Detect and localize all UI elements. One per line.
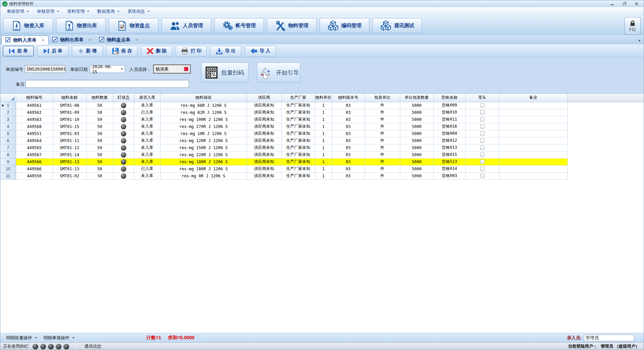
tab-物料出库单[interactable]: 物料出库单✕	[49, 36, 95, 44]
cell-pack_qty[interactable]: 5000	[400, 144, 433, 151]
column-header-filler[interactable]	[567, 94, 644, 102]
cell-version[interactable]: 03	[332, 102, 365, 109]
cell-unit[interactable]: 件	[365, 151, 400, 158]
column-header-pack_qty[interactable]: 单位包装数量	[400, 94, 433, 102]
cell-pack_qty[interactable]: 5000	[400, 151, 433, 158]
cell-remark[interactable]	[499, 158, 567, 165]
cell-pack_qty[interactable]: 5000	[400, 158, 433, 165]
cell-version[interactable]: 03	[332, 158, 365, 165]
cell-price[interactable]: 1	[315, 109, 332, 116]
start-guide-button[interactable]: 开始引导	[257, 62, 300, 83]
toolbar-button[interactable]: 帐号管理	[214, 18, 264, 33]
lamp-cell[interactable]	[113, 123, 134, 130]
cell-desc[interactable]: res-mg 150R J 1206 S	[160, 144, 247, 151]
cell-price[interactable]: 1	[315, 165, 332, 172]
column-header-remark[interactable]: 备注	[499, 94, 567, 102]
cell-code[interactable]: 449566	[16, 165, 53, 172]
cell-code[interactable]: 449567	[16, 151, 53, 158]
cell-unit[interactable]: 件	[365, 144, 400, 151]
menubar-item[interactable]: 审核管理▼	[33, 7, 63, 15]
action-button[interactable]: 保 存	[106, 46, 138, 56]
menubar-item[interactable]: 数据查询▼	[94, 7, 123, 15]
cell-code[interactable]: 449564	[16, 137, 53, 144]
cell-maker[interactable]: 生产厂家未知	[281, 158, 315, 165]
cell-pack_qty[interactable]: 5000	[400, 116, 433, 123]
fraction-cell[interactable]	[465, 151, 499, 158]
cell-qty[interactable]: 50	[86, 102, 113, 109]
remark-field[interactable]	[26, 80, 189, 88]
cell-version[interactable]: 03	[332, 144, 365, 151]
cell-supplier[interactable]: 供应商未知	[247, 123, 281, 130]
cell-price[interactable]: 1	[315, 144, 332, 151]
cell-price[interactable]: 1	[315, 102, 332, 109]
cell-desc[interactable]: res-mg 220R J 1206 S	[160, 151, 247, 158]
cell-price[interactable]: 1	[315, 130, 332, 137]
cell-price[interactable]: 1	[315, 116, 332, 123]
cell-qty[interactable]: 50	[86, 123, 113, 130]
column-header-frac[interactable]: 零头	[465, 94, 499, 102]
tab-物料盘点单[interactable]: 物料盘点单✕	[95, 36, 142, 44]
cell-price[interactable]: 1	[315, 137, 332, 144]
cell-unit[interactable]: 件	[365, 137, 400, 144]
cell-qty[interactable]: 50	[86, 109, 113, 116]
fraction-cell[interactable]	[465, 109, 499, 116]
cell-slot[interactable]: 货格012	[433, 137, 465, 144]
cell-status[interactable]: 未入库	[134, 102, 160, 109]
action-button[interactable]: 删 除	[141, 46, 172, 56]
column-header-qty[interactable]: 物料数量	[86, 94, 113, 102]
cell-qty[interactable]: 50	[86, 144, 113, 151]
cell-version[interactable]: 03	[332, 116, 365, 123]
fraction-checkbox[interactable]	[480, 131, 485, 136]
detail-single-menu[interactable]: 明细单项操作 ▼	[40, 335, 78, 341]
cell-remark[interactable]	[499, 165, 567, 172]
cell-remark[interactable]	[499, 130, 567, 137]
cell-slot[interactable]: 货格014	[433, 165, 465, 172]
cell-remark[interactable]	[499, 144, 567, 151]
person-field[interactable]: 杨清美	[153, 64, 191, 74]
cell-qty[interactable]: 50	[86, 151, 113, 158]
action-button[interactable]: 新 增	[72, 46, 103, 56]
cell-status[interactable]: 已入库	[134, 109, 160, 116]
cell-pack_qty[interactable]: 5000	[400, 123, 433, 130]
cell-supplier[interactable]: 供应商未知	[247, 165, 281, 172]
doc-no-field[interactable]: INS202006150001	[25, 65, 66, 73]
toolbar-button[interactable]: 物资出库	[56, 18, 106, 33]
cell-name[interactable]: SMT01-15	[53, 123, 86, 130]
cell-name[interactable]: SMT01-03	[53, 130, 86, 137]
cell-unit[interactable]: 件	[365, 109, 400, 116]
lamp-cell[interactable]	[113, 144, 134, 151]
maximize-button[interactable]	[622, 2, 627, 6]
cell-unit[interactable]: 件	[365, 165, 400, 172]
row-header[interactable]: 6	[0, 137, 16, 144]
cell-name[interactable]: SMT01-14	[53, 151, 86, 158]
fraction-cell[interactable]	[465, 158, 499, 165]
toolbar-button[interactable]: 物资盘点	[109, 18, 158, 33]
action-button[interactable]: 导 出	[210, 46, 241, 56]
cell-desc[interactable]: res-mg 0R J 1206 S	[160, 172, 247, 179]
cell-slot[interactable]: 货格016	[433, 123, 465, 130]
column-header-lamp[interactable]: 灯状态	[113, 94, 134, 102]
cell-desc[interactable]: res-mg 180R J 1206 S	[160, 165, 247, 172]
detail-batch-menu[interactable]: 明细批量操作 ▼	[3, 335, 40, 341]
cell-supplier[interactable]: 供应商未知	[247, 144, 281, 151]
action-button[interactable]: 导 入	[245, 46, 276, 56]
fraction-cell[interactable]	[465, 172, 499, 179]
cell-version[interactable]: 03	[332, 130, 365, 137]
cell-code[interactable]: 449551	[16, 130, 53, 137]
close-icon[interactable]: ✕	[39, 38, 45, 43]
cell-remark[interactable]	[499, 109, 567, 116]
fraction-checkbox[interactable]	[480, 138, 485, 143]
cell-supplier[interactable]: 供应商未知	[247, 102, 281, 109]
cell-name[interactable]: SMT01-13	[53, 158, 86, 165]
row-header[interactable]: 7	[0, 144, 16, 151]
close-icon[interactable]: ✕	[86, 38, 92, 42]
cell-unit[interactable]: 件	[365, 130, 400, 137]
fraction-checkbox[interactable]	[480, 152, 485, 157]
cell-remark[interactable]	[499, 172, 567, 179]
cell-status[interactable]: 未入库	[134, 158, 160, 165]
lamp-cell[interactable]	[113, 151, 134, 158]
cell-remark[interactable]	[499, 116, 567, 123]
date-select[interactable]: 2020-06-15 ▼	[90, 65, 125, 73]
row-header[interactable]: 4	[0, 123, 16, 130]
column-header-code[interactable]: 物料编号	[16, 94, 53, 102]
